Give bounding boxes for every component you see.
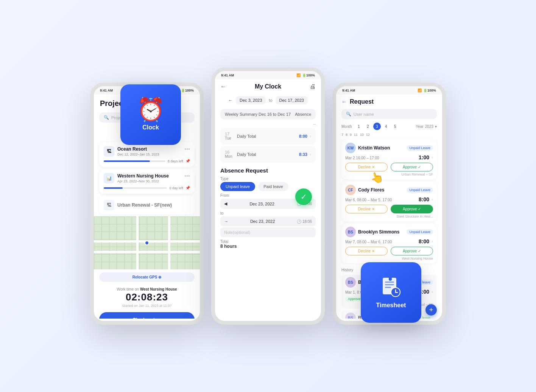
timesheet-box-label: Timesheet bbox=[376, 302, 406, 309]
timesheet-icon bbox=[380, 276, 402, 299]
time-entry-tue[interactable]: 17 Tue Daily Total 8:00 › bbox=[220, 128, 316, 144]
month-2[interactable]: 2 bbox=[364, 123, 372, 130]
request-item-cody: CF Cody Flores Unpaid Leave Mar 6, 08:00… bbox=[341, 182, 437, 221]
date-to[interactable]: Dec 17, 2023 bbox=[276, 96, 308, 104]
clock-box-label: Clock bbox=[142, 124, 159, 131]
month-row: Month 1 2 3 4 5 Year 2023 ▾ bbox=[336, 121, 442, 132]
approve-button-brooklyn[interactable]: Approve ✓ bbox=[391, 247, 433, 255]
type-label: Type bbox=[220, 177, 316, 181]
badge-cody: Unpaid Leave bbox=[407, 187, 433, 193]
green-check-button[interactable]: ✓ bbox=[295, 188, 312, 205]
clock-alarm-icon: ⏰ bbox=[137, 98, 165, 121]
day-name: Mon bbox=[225, 154, 234, 159]
to-date-field[interactable]: → Dec 23, 2022 🕐 18:06 bbox=[220, 216, 316, 226]
more-options-icon[interactable]: ••• bbox=[184, 146, 190, 152]
middle-status-bar: 9:41 AM 📶 🔋100% bbox=[215, 71, 321, 79]
daily-total-label: Daily Total bbox=[237, 152, 299, 157]
avatar-history-2: BS bbox=[345, 313, 356, 319]
project-item[interactable]: 🏗 Urban Renewal - SF(new) bbox=[99, 196, 195, 214]
daily-total-label: Daily Total bbox=[237, 134, 299, 138]
relocate-gps-button[interactable]: Relocate GPS ⊕ bbox=[99, 272, 195, 282]
project-name: Ocean Resort bbox=[117, 146, 159, 152]
more-options-icon[interactable]: ••• bbox=[184, 173, 190, 179]
map-view bbox=[94, 216, 200, 269]
user-search-placeholder: User name bbox=[354, 112, 374, 117]
year-dropdown-icon[interactable]: ▾ bbox=[435, 124, 437, 129]
location-cody: Steel Structure In Hew... bbox=[345, 215, 433, 218]
approve-button-kristin[interactable]: Approve ✓ bbox=[391, 163, 433, 171]
month-1[interactable]: 1 bbox=[355, 123, 363, 130]
user-search-bar[interactable]: 🔍 User name bbox=[341, 109, 437, 119]
back-button[interactable]: ← bbox=[341, 99, 347, 105]
avatar-cody: CF bbox=[345, 185, 356, 195]
date-range: ← Dec 3, 2023 to Dec 17, 2023 bbox=[215, 94, 321, 107]
main-scene: 9:41 AM 📶 🔋100% Project 🔍 Project name +… bbox=[41, 26, 495, 366]
note-field[interactable]: Note(optional) bbox=[220, 227, 316, 237]
day-row: 7 8 9 11 10 12 bbox=[336, 132, 442, 137]
from-date-value: Dec 23, 2022 bbox=[249, 202, 274, 206]
absence-title: Absence Request bbox=[220, 167, 316, 174]
badge-kristin: Unpaid Leave bbox=[407, 145, 433, 151]
daily-total-value: 8:00 bbox=[299, 134, 307, 138]
pin-icon: 📌 bbox=[185, 159, 190, 163]
req-hours-brooklyn: 8:00 bbox=[419, 238, 429, 244]
month-5[interactable]: 5 bbox=[391, 123, 399, 130]
work-on-label: Work time on West Nursing House bbox=[94, 287, 200, 291]
to-field-label: to bbox=[220, 211, 316, 215]
progress-bar-bg bbox=[104, 160, 165, 162]
unpaid-leave-button[interactable]: Unpaid leave bbox=[220, 182, 255, 191]
work-timer: 02:08:23 bbox=[94, 291, 200, 303]
days-left: 8 days left bbox=[168, 159, 183, 163]
request-header: ← Request bbox=[336, 95, 442, 107]
clock-icon-box[interactable]: ⏰ Clock bbox=[120, 84, 181, 145]
decline-button-cody[interactable]: Decline ✕ bbox=[345, 205, 388, 213]
absence-section: Absence Request Type Unpaid leave Paid l… bbox=[215, 164, 321, 252]
approve-button-cody[interactable]: Approve ✓ bbox=[391, 205, 433, 213]
req-hours-cody: 8:00 bbox=[419, 196, 429, 202]
search-icon: 🔍 bbox=[346, 112, 351, 117]
day-number: 17 bbox=[225, 132, 234, 136]
to-date-arrow: → bbox=[224, 219, 228, 224]
daily-total-value: 8:33 bbox=[299, 152, 307, 157]
left-status-time: 9:41 AM bbox=[100, 89, 113, 92]
month-3[interactable]: 3 bbox=[373, 123, 381, 130]
total-value: 8 hours bbox=[220, 244, 237, 249]
middle-phone: 9:41 AM 📶 🔋100% ← My Clock 🖨 ← Dec 3, 20… bbox=[211, 67, 325, 325]
project-item[interactable]: 🏗 Ocean Resort Dec 12, 2022–Jan 15, 2023… bbox=[99, 142, 195, 167]
total-row: Total 8 hours bbox=[220, 240, 316, 249]
chevron-kristin: › bbox=[432, 155, 433, 160]
project-item[interactable]: 📊 Western Nursing House Apr 23, 2022–Nov… bbox=[99, 169, 195, 194]
date-from[interactable]: Dec 3, 2023 bbox=[236, 96, 266, 104]
my-clock-header: ← My Clock 🖨 bbox=[215, 79, 321, 94]
chevron-cody: › bbox=[432, 197, 433, 202]
project-icon: 🏗 bbox=[104, 146, 114, 157]
req-hours-kristin: 1:00 bbox=[419, 154, 429, 160]
project-name: Western Nursing House bbox=[117, 173, 169, 179]
day-name: Tue bbox=[225, 136, 234, 140]
req-time-cody: Mar 6, 08:00 – Mar 5, 17:00 bbox=[345, 198, 392, 202]
req-name-brooklyn: Brooklyn Simmons bbox=[358, 229, 399, 235]
month-4[interactable]: 4 bbox=[382, 123, 390, 130]
timesheet-icon-box[interactable]: Timesheet bbox=[361, 262, 421, 323]
year-label: Year bbox=[416, 124, 424, 129]
svg-rect-2 bbox=[385, 284, 394, 285]
absence-label: Absence bbox=[295, 112, 311, 117]
decline-button-brooklyn[interactable]: Decline ✕ bbox=[345, 247, 388, 255]
back-button[interactable]: ← bbox=[220, 83, 226, 90]
weekly-summary: Weekly Summary Dec 16 to Dec 17 Absence bbox=[220, 109, 316, 120]
project-icon: 🏗 bbox=[104, 200, 114, 210]
location-brooklyn: West Nursing House bbox=[345, 257, 433, 260]
badge-brooklyn: Unpaid Leave bbox=[407, 229, 433, 235]
req-time-brooklyn: Mar 7, 08:00 – Mar 6, 17:00 bbox=[345, 240, 392, 244]
logout-icon: ⇒ bbox=[157, 317, 161, 319]
clock-out-button[interactable]: Clock out ⇒ bbox=[99, 312, 195, 319]
left-arrow-icon[interactable]: ← bbox=[228, 98, 233, 103]
my-clock-title: My Clock bbox=[255, 83, 281, 90]
time-entry-mon[interactable]: 16 Mon Daily Total 8:33 › bbox=[220, 146, 316, 162]
add-fab-button[interactable]: + bbox=[425, 304, 437, 316]
month-label: Month bbox=[341, 124, 352, 129]
map-location-dot bbox=[145, 241, 149, 245]
paid-leave-button[interactable]: Paid leave bbox=[258, 182, 288, 191]
progress-bar-bg bbox=[104, 187, 167, 189]
year-value: 2023 bbox=[425, 124, 433, 129]
